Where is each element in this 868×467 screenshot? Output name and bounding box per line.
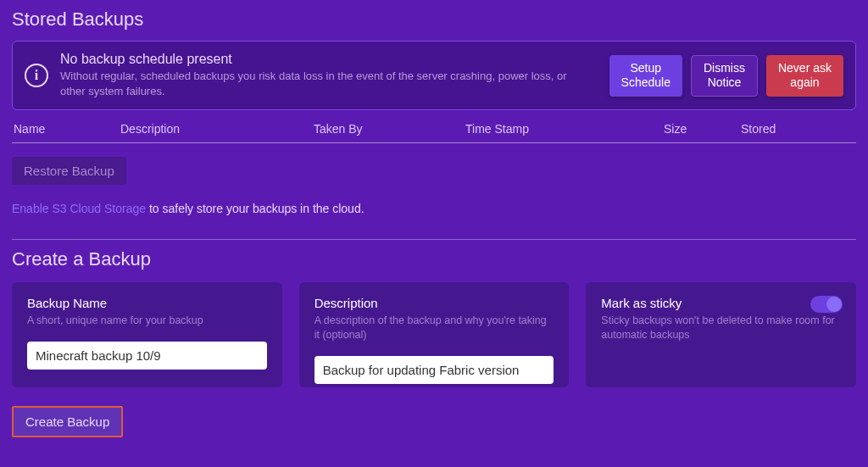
alert-text: No backup schedule present Without regul… xyxy=(60,52,598,99)
toggle-knob-icon xyxy=(826,297,842,312)
sticky-toggle[interactable] xyxy=(810,296,843,313)
cloud-storage-line: Enable S3 Cloud Storage to safely store … xyxy=(12,202,856,215)
column-name: Name xyxy=(14,122,120,136)
info-icon: i xyxy=(25,64,48,87)
alert-subtitle: Without regular, scheduled backups you r… xyxy=(60,69,569,99)
column-taken-by: Taken By xyxy=(314,122,465,136)
backup-name-sub: A short, unique name for your backup xyxy=(27,314,267,328)
description-label: Description xyxy=(314,296,554,310)
description-sub: A description of the backup and why you'… xyxy=(314,314,554,342)
column-description: Description xyxy=(120,122,314,136)
sticky-label: Mark as sticky xyxy=(601,296,841,310)
column-time-stamp: Time Stamp xyxy=(465,122,664,136)
dismiss-notice-button[interactable]: Dismiss Notice xyxy=(691,55,758,97)
backup-name-input[interactable] xyxy=(27,342,267,370)
backup-name-label: Backup Name xyxy=(27,296,267,310)
enable-s3-link[interactable]: Enable S3 Cloud Storage xyxy=(12,202,146,215)
create-backup-button[interactable]: Create Backup xyxy=(12,406,123,437)
column-size: Size xyxy=(664,122,741,136)
column-stored: Stored xyxy=(741,122,854,136)
no-schedule-alert: i No backup schedule present Without reg… xyxy=(12,41,856,110)
alert-actions: Setup Schedule Dismiss Notice Never ask … xyxy=(609,55,843,97)
backup-name-card: Backup Name A short, unique name for you… xyxy=(12,282,282,387)
restore-backup-button[interactable]: Restore Backup xyxy=(12,157,126,185)
never-ask-again-button[interactable]: Never ask again xyxy=(766,55,843,97)
description-card: Description A description of the backup … xyxy=(299,282,570,387)
setup-schedule-button[interactable]: Setup Schedule xyxy=(609,55,682,97)
alert-title: No backup schedule present xyxy=(60,52,598,67)
sticky-card: Mark as sticky Sticky backups won't be d… xyxy=(586,282,856,387)
sticky-sub: Sticky backups won't be deleted to make … xyxy=(601,314,841,342)
stored-backups-title: Stored Backups xyxy=(12,8,856,31)
cloud-storage-text: to safely store your backups in the clou… xyxy=(146,202,364,215)
description-input[interactable] xyxy=(314,356,554,384)
backups-table-header: Name Description Taken By Time Stamp Siz… xyxy=(12,119,856,143)
create-backup-title: Create a Backup xyxy=(12,248,856,270)
create-backup-row: Backup Name A short, unique name for you… xyxy=(12,282,856,387)
section-divider xyxy=(12,239,856,240)
